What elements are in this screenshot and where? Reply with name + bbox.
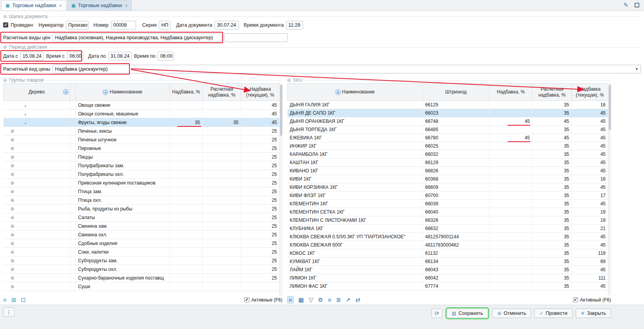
value-cell[interactable] bbox=[203, 274, 241, 282]
calc-price-type-select[interactable]: Надбавка (дискаунтер) ▼ bbox=[53, 65, 641, 73]
tree-expand-icon[interactable]: ⊕ bbox=[11, 137, 15, 143]
barcode-cell[interactable]: 66826 bbox=[423, 167, 489, 175]
collapse-icon[interactable]: ⊖ bbox=[3, 14, 7, 19]
value-cell[interactable]: 45 bbox=[489, 134, 533, 142]
tree-expand-icon[interactable]: ⊕ bbox=[11, 206, 15, 212]
tree-expand-icon[interactable]: ⊕ bbox=[11, 241, 15, 246]
value-cell[interactable] bbox=[489, 126, 533, 134]
value-cell[interactable]: 35 bbox=[533, 175, 572, 183]
export-icon[interactable]: ↗ bbox=[346, 296, 351, 303]
value-cell[interactable] bbox=[203, 222, 241, 230]
tree-expand-icon[interactable]: ⊕ bbox=[11, 215, 15, 220]
group-row[interactable]: ⊕Сдобные изделия25 bbox=[4, 239, 280, 248]
group-row[interactable]: ⊕Салаты25 bbox=[4, 213, 280, 222]
value-cell[interactable]: 45 bbox=[572, 117, 608, 126]
value-cell[interactable] bbox=[203, 187, 241, 196]
value-cell[interactable]: 45 bbox=[572, 233, 608, 241]
value-cell[interactable] bbox=[489, 192, 533, 200]
tree-cell[interactable]: ⊕ bbox=[4, 205, 70, 213]
value-cell[interactable] bbox=[170, 135, 203, 144]
group-row[interactable]: ⊕Субпродукты зам.25 bbox=[4, 256, 280, 265]
date-to-field[interactable]: 31.08.24 bbox=[108, 52, 132, 60]
tree-cell[interactable]: ⊕ bbox=[4, 274, 70, 282]
value-cell[interactable]: 25 bbox=[241, 205, 280, 213]
group-name-cell[interactable]: Сухарно-бараночные изделия поставщ bbox=[76, 274, 170, 282]
close-button[interactable]: ✕ Закрыть bbox=[576, 309, 611, 318]
filter-icon[interactable]: ≡ bbox=[3, 296, 7, 303]
sku-name-cell[interactable]: КЛЕМЕНТИН СЕТКА 1КГ bbox=[287, 208, 423, 216]
barcode-cell[interactable]: 66043 bbox=[423, 266, 489, 274]
value-cell[interactable] bbox=[489, 208, 533, 216]
value-cell[interactable]: 45 bbox=[572, 183, 608, 192]
value-cell[interactable] bbox=[489, 200, 533, 208]
tree-cell[interactable]: ⊕ bbox=[4, 135, 70, 144]
group-row[interactable]: ⊕Привозная кулинария поставщиков25 bbox=[4, 179, 280, 187]
value-cell[interactable] bbox=[203, 239, 241, 248]
value-cell[interactable] bbox=[203, 205, 241, 213]
barcode-cell[interactable]: 66780 bbox=[423, 134, 489, 142]
col-header-name[interactable]: ▴ Наименование bbox=[287, 84, 423, 101]
funnel-icon[interactable]: ▽ bbox=[309, 296, 313, 303]
tree-expand-icon[interactable]: ⊕ bbox=[11, 128, 15, 134]
sku-row[interactable]: КЛЕМЕНТИН С ЛИСТОЧКАМИ 1КГ663263519 bbox=[287, 216, 608, 225]
group-row[interactable]: ⊕Пирожные25 bbox=[4, 144, 280, 153]
tree-expand-icon[interactable]: ⊕ bbox=[11, 146, 15, 151]
collapse-icon[interactable]: ⊖ bbox=[287, 77, 291, 83]
sku-name-cell[interactable]: КЛЮКВА СВЕЖАЯ 0.5Л/0.3КГ УП "ПАРТИЗАНСКО… bbox=[287, 233, 423, 241]
value-cell[interactable] bbox=[170, 161, 203, 170]
more-button[interactable]: ⋮ bbox=[3, 307, 15, 317]
barcode-cell[interactable]: 66039 bbox=[423, 200, 489, 208]
value-cell[interactable] bbox=[489, 233, 533, 241]
tree-expand-icon[interactable]: ⊕ bbox=[11, 154, 15, 160]
value-cell[interactable]: 25 bbox=[241, 239, 280, 248]
sku-name-cell[interactable]: КОКОС 1КГ bbox=[287, 249, 423, 258]
value-cell[interactable]: 119 bbox=[572, 249, 608, 258]
tree-cell[interactable]: ⊕ bbox=[4, 213, 70, 222]
value-cell[interactable]: 45 bbox=[572, 200, 608, 208]
group-row[interactable]: ⊕Полуфабрикаты зам.25 bbox=[4, 161, 280, 170]
value-cell[interactable] bbox=[170, 187, 203, 196]
add-group-icon[interactable]: ⊞ bbox=[11, 296, 16, 303]
tree-expand-icon[interactable]: ⊕ bbox=[11, 258, 15, 263]
value-cell[interactable] bbox=[489, 159, 533, 167]
tree-cell[interactable]: ⊕ bbox=[4, 265, 70, 274]
group-name-cell[interactable]: Пиццы bbox=[76, 153, 170, 161]
value-cell[interactable] bbox=[170, 179, 203, 187]
sku-row[interactable]: КИВАНО 1КГ668263545 bbox=[287, 167, 608, 175]
col-header-calc-markup[interactable]: Расчетная надбавка, % bbox=[203, 84, 241, 101]
value-cell[interactable]: 35 bbox=[203, 118, 241, 127]
group-row[interactable]: ⊕Птица охл.25 bbox=[4, 196, 280, 205]
tree-cell[interactable]: ⊕ bbox=[4, 248, 70, 256]
value-cell[interactable] bbox=[203, 179, 241, 187]
group-row[interactable]: ⊕Суши bbox=[4, 282, 280, 291]
barcode-cell[interactable]: 60700 bbox=[423, 192, 489, 200]
value-cell[interactable]: 45 bbox=[241, 101, 280, 110]
tree-cell[interactable]: ⊕ bbox=[4, 239, 70, 248]
groups-scrollbar[interactable] bbox=[279, 83, 282, 295]
value-cell[interactable]: 45 bbox=[572, 282, 608, 291]
tree-expand-icon[interactable]: ⊕ bbox=[11, 223, 15, 229]
value-cell[interactable] bbox=[203, 196, 241, 205]
value-cell[interactable] bbox=[170, 101, 203, 110]
groups-active-filter[interactable]: Активные (F6) bbox=[244, 297, 282, 303]
active-checkbox[interactable] bbox=[244, 297, 249, 302]
sku-row[interactable]: КИВИ ФЛЭТ 1КГ607003517 bbox=[287, 192, 608, 200]
value-cell[interactable]: 35 bbox=[170, 118, 203, 127]
value-cell[interactable] bbox=[489, 175, 533, 183]
sku-row[interactable]: ДЫНЯ ТОРПЕДА 1КГ664853545 bbox=[287, 126, 608, 134]
barcode-cell[interactable]: 66485 bbox=[423, 126, 489, 134]
sku-row[interactable]: ЕЖЕВИКА 1КГ66780454545 bbox=[287, 134, 608, 142]
tree-expand-icon[interactable]: ⊕ bbox=[11, 284, 15, 289]
value-cell[interactable]: 35 bbox=[533, 150, 572, 159]
value-cell[interactable] bbox=[170, 230, 203, 239]
group-row[interactable]: ⊕Сухарно-бараночные изделия поставщ25 bbox=[4, 274, 280, 282]
sku-name-cell[interactable]: КЛУБНИКА 1КГ bbox=[287, 225, 423, 233]
value-cell[interactable]: 25 bbox=[241, 153, 280, 161]
group-name-cell[interactable]: Сдобные изделия bbox=[76, 239, 170, 248]
copy-icon[interactable]: ⊡ bbox=[21, 296, 26, 303]
barcode-cell[interactable]: 66042 bbox=[423, 274, 489, 282]
value-cell[interactable]: 25 bbox=[241, 135, 280, 144]
value-cell[interactable]: 45 bbox=[533, 117, 572, 126]
sku-name-cell[interactable]: ЛИМОН 1КГ bbox=[287, 274, 423, 282]
view-grid-icon[interactable]: ▦ bbox=[298, 296, 304, 303]
